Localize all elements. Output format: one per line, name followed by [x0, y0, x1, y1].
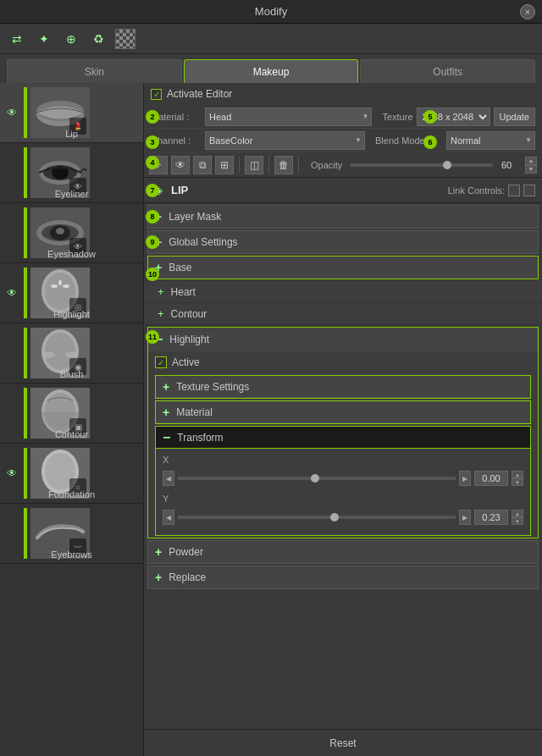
tab-outfits[interactable]: Outfits	[360, 59, 535, 83]
opacity-slider[interactable]	[351, 163, 493, 167]
contour-label-text: Contour	[171, 308, 207, 320]
y-axis-label: Y	[163, 494, 169, 504]
x-slider-thumb[interactable]	[311, 474, 319, 483]
opacity-up-arrow[interactable]: ▲	[525, 157, 537, 165]
rotate-icon[interactable]: ✦	[34, 29, 54, 49]
list-item-highlight[interactable]: 👁 ◎ Highlight	[0, 263, 143, 323]
svg-point-15	[51, 284, 58, 288]
x-axis-label: X	[163, 455, 169, 465]
x-value: 0.00	[474, 471, 508, 486]
list-item-eyebrows[interactable]: 👁 〰 Eyebrows	[0, 504, 143, 564]
duplicate-button[interactable]: ⧉	[193, 156, 212, 174]
texture-settings-subsection: + Texture Settings	[155, 375, 531, 399]
heart-plus: +	[158, 285, 164, 298]
badge-6: 6	[423, 135, 437, 149]
material-select[interactable]: Head	[205, 108, 372, 126]
y-val-up[interactable]: ▲	[512, 510, 523, 517]
list-item-eyeshadow[interactable]: 👁 👁 Eyeshadow	[0, 203, 143, 263]
link-box-1[interactable]	[508, 185, 520, 196]
add-icon[interactable]: ⊕	[61, 29, 81, 49]
update-button[interactable]: Update	[494, 108, 535, 126]
item-label-contour: Contour	[0, 429, 143, 439]
y-left-arrow[interactable]: ◀	[163, 510, 174, 525]
lip-header-wrapper: 7 ◈ LIP Link Controls:	[144, 178, 542, 203]
texture-label: Texture	[382, 112, 412, 122]
powder-label: Powder	[169, 546, 203, 558]
close-button[interactable]: ×	[520, 4, 535, 19]
highlight-header[interactable]: − Highlight	[148, 328, 538, 351]
highlight-label: Highlight	[169, 334, 209, 345]
list-item-eyeliner[interactable]: 👁 👁 Eyeliner	[0, 143, 143, 203]
x-val-up[interactable]: ▲	[512, 471, 523, 478]
reset-row[interactable]: Reset	[144, 729, 542, 756]
global-settings-section[interactable]: + Global Settings	[147, 230, 539, 254]
x-value-arrows: ▲ ▼	[512, 471, 523, 486]
x-val-down[interactable]: ▼	[512, 478, 523, 486]
replace-plus: +	[155, 571, 162, 584]
texture-settings-label: Texture Settings	[176, 381, 249, 393]
x-row: X	[163, 454, 523, 466]
y-val-down[interactable]: ▼	[512, 517, 523, 525]
blend-mode-select[interactable]: Normal	[446, 131, 535, 150]
tab-skin[interactable]: Skin	[7, 59, 182, 83]
refresh-icon[interactable]: ♻	[88, 29, 108, 49]
expand-button[interactable]: ⊞	[215, 156, 234, 174]
ops-separator-3	[298, 157, 299, 174]
powder-section[interactable]: + Powder	[147, 540, 539, 564]
y-value-arrows: ▲ ▼	[512, 510, 523, 525]
visibility-icon-highlight[interactable]: 👁	[3, 284, 20, 301]
badge-10: 10	[146, 268, 159, 281]
link-controls-label: Link Controls:	[448, 185, 505, 196]
active-checkbox[interactable]: ✓	[155, 356, 167, 368]
list-item-blush[interactable]: 👁 ◉ Blush	[0, 323, 143, 384]
texture-info: Texture 2048 x 2048 Update	[382, 108, 535, 126]
eye-toggle-button[interactable]: 👁	[171, 156, 190, 174]
delete-button[interactable]: 🗑	[274, 156, 293, 174]
transform-label: Transform	[177, 432, 223, 444]
visibility-icon-foundation[interactable]: 👁	[3, 465, 20, 482]
y-slider-thumb[interactable]	[330, 513, 339, 521]
lip-header: ◈ LIP Link Controls:	[144, 178, 542, 203]
sub-item-heart[interactable]: + Heart	[144, 281, 542, 303]
list-item-contour[interactable]: 👁 ▣ Contour	[0, 384, 143, 444]
texture-settings-header[interactable]: + Texture Settings	[156, 376, 530, 398]
y-slider-row: ◀ ▶ 0.23 ▲ ▼	[163, 506, 523, 528]
texture-settings-plus: +	[163, 380, 169, 394]
transform-icon[interactable]: ⇄	[7, 29, 27, 49]
active-label: Active	[172, 356, 200, 368]
item-label-highlight: Highlight	[0, 309, 143, 319]
y-right-arrow[interactable]: ▶	[459, 510, 471, 525]
activate-editor-checkbox[interactable]: ✓	[151, 89, 162, 100]
left-panel: 👁 💄 Lip 👁	[0, 83, 144, 756]
badge-3: 3	[146, 135, 159, 149]
base-section[interactable]: + Base	[147, 256, 539, 279]
x-slider-track[interactable]	[178, 477, 456, 480]
tab-makeup[interactable]: Makeup	[184, 59, 359, 83]
x-right-arrow[interactable]: ▶	[459, 471, 471, 486]
link-box-2[interactable]	[523, 185, 535, 196]
material-header[interactable]: + Material	[156, 401, 530, 423]
list-item-lip[interactable]: 👁 💄 Lip	[0, 83, 143, 143]
title-bar: Modify ×	[0, 0, 542, 24]
opacity-thumb[interactable]	[443, 161, 451, 169]
right-scrollable-content: 7 ◈ LIP Link Controls: 8 + Layer Mask	[144, 178, 542, 729]
channel-select-wrap: BaseColor	[205, 131, 365, 150]
layer-icon-button[interactable]: ◫	[245, 156, 263, 174]
channel-select[interactable]: BaseColor	[205, 131, 365, 150]
item-label-eyeshadow: Eyeshadow	[0, 249, 143, 259]
sub-item-contour[interactable]: + Contour	[144, 303, 542, 325]
checkerboard-icon[interactable]	[115, 29, 136, 49]
svg-point-16	[63, 284, 69, 288]
transform-header[interactable]: − Transform	[156, 427, 530, 449]
toolbar: ⇄ ✦ ⊕ ♻	[0, 24, 542, 54]
badge-4: 4	[146, 156, 159, 169]
visibility-icon-lip[interactable]: 👁	[3, 104, 20, 121]
opacity-down-arrow[interactable]: ▼	[525, 165, 537, 174]
replace-section[interactable]: + Replace	[147, 566, 539, 589]
y-slider-track[interactable]	[178, 516, 456, 519]
blend-mode-row: Blend Mode : Normal	[375, 131, 535, 150]
layer-mask-section[interactable]: + Layer Mask	[147, 205, 539, 229]
svg-point-17	[58, 280, 62, 285]
x-left-arrow[interactable]: ◀	[163, 471, 174, 486]
list-item-foundation[interactable]: 👁 ○ Foundation	[0, 444, 143, 504]
